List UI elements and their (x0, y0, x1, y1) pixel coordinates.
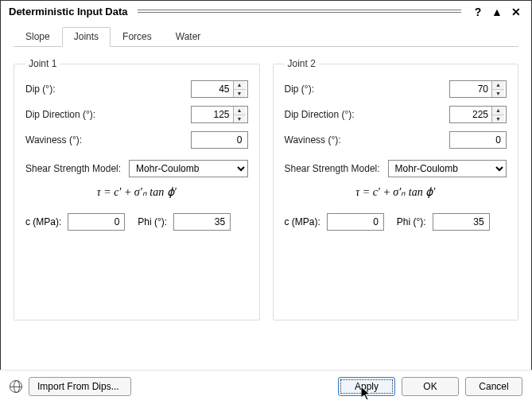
ok-button[interactable]: OK (402, 377, 459, 396)
tabs: Slope Joints Forces Water (14, 27, 518, 47)
joint1-phi-label: Phi (°): (138, 216, 167, 227)
spin-up-icon[interactable]: ▲ (234, 81, 246, 90)
joint1-c-label: c (MPa): (25, 216, 61, 227)
import-from-dips-button[interactable]: Import From Dips... (29, 377, 131, 396)
joint2-ssm-select[interactable]: Mohr-Coulomb (388, 160, 507, 177)
joint2-dipdir-input[interactable] (450, 107, 491, 122)
joint2-dipdir-label: Dip Direction (°): (285, 109, 450, 120)
joint1-dipdir-spin[interactable]: ▲▼ (191, 106, 248, 123)
spin-up-icon[interactable]: ▲ (492, 107, 504, 115)
joint2-wav-input[interactable] (449, 131, 507, 149)
joint1-formula: τ = c′ + σ′ₙ tan ϕ′ (25, 185, 248, 199)
joint2-dip-input[interactable] (450, 81, 491, 97)
tab-slope[interactable]: Slope (14, 27, 62, 47)
cancel-button[interactable]: Cancel (465, 377, 522, 396)
joint1-dipdir-label: Dip Direction (°): (25, 109, 191, 120)
joint1-wav-label: Waviness (°): (25, 134, 191, 146)
titlebar: Deterministic Input Data ? ▲ ✕ (1, 1, 531, 21)
joint1-ssm-label: Shear Strength Model: (25, 163, 121, 174)
spin-down-icon[interactable]: ▼ (492, 115, 504, 123)
joint2-c-input[interactable] (327, 213, 384, 231)
joint1-wav-input[interactable] (191, 131, 248, 149)
footer: Import From Dips... Apply OK Cancel (0, 370, 532, 404)
joint2-c-label: c (MPa): (285, 216, 320, 227)
joint1-group: Joint 1 Dip (°): ▲▼ Dip Direction (°): ▲… (14, 58, 260, 320)
joint2-dipdir-spin[interactable]: ▲▼ (449, 106, 507, 123)
spin-up-icon[interactable]: ▲ (492, 81, 504, 90)
joint2-group: Joint 2 Dip (°): ▲▼ Dip Direction (°): ▲… (273, 58, 519, 320)
content-area: Joint 1 Dip (°): ▲▼ Dip Direction (°): ▲… (1, 47, 531, 320)
joint2-legend: Joint 2 (285, 58, 319, 69)
joint2-wav-label: Waviness (°): (285, 134, 450, 146)
apply-button[interactable]: Apply (338, 377, 395, 396)
joint1-dip-spin[interactable]: ▲▼ (191, 80, 248, 98)
joint1-phi-input[interactable] (173, 213, 231, 231)
joint2-ssm-label: Shear Strength Model: (285, 163, 380, 174)
joint2-formula: τ = c′ + σ′ₙ tan ϕ′ (285, 185, 507, 199)
title-rule (138, 10, 461, 14)
spin-down-icon[interactable]: ▼ (234, 115, 246, 123)
joint1-dip-input[interactable] (192, 81, 233, 97)
spin-down-icon[interactable]: ▼ (492, 90, 504, 98)
help-icon[interactable]: ? (471, 6, 485, 17)
window-title: Deterministic Input Data (9, 6, 128, 17)
joint2-dip-label: Dip (°): (285, 84, 450, 95)
spin-down-icon[interactable]: ▼ (234, 90, 246, 98)
tab-water[interactable]: Water (164, 27, 213, 47)
joint1-c-input[interactable] (68, 213, 125, 231)
joint2-phi-label: Phi (°): (397, 216, 426, 227)
joint1-dipdir-input[interactable] (192, 107, 233, 122)
tab-joints[interactable]: Joints (62, 27, 111, 47)
spin-up-icon[interactable]: ▲ (234, 107, 246, 115)
joint1-ssm-select[interactable]: Mohr-Coulomb (129, 160, 247, 177)
collapse-icon[interactable]: ▲ (490, 6, 504, 17)
globe-icon (10, 380, 22, 393)
joint1-legend: Joint 1 (25, 58, 60, 69)
close-icon[interactable]: ✕ (509, 6, 523, 17)
joint1-dip-label: Dip (°): (25, 84, 191, 95)
joint2-dip-spin[interactable]: ▲▼ (449, 80, 507, 98)
joint2-phi-input[interactable] (433, 213, 490, 231)
tab-forces[interactable]: Forces (111, 27, 164, 47)
